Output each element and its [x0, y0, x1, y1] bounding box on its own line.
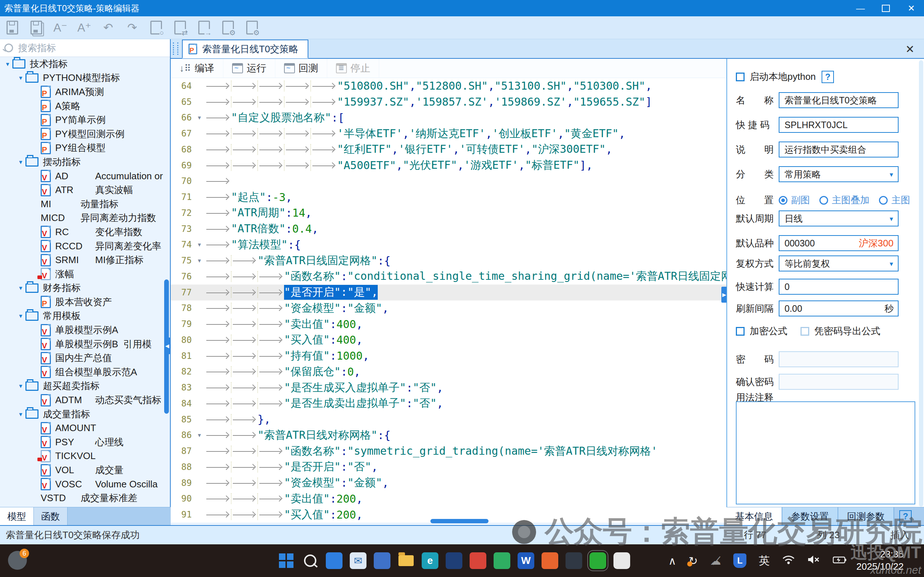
code-line-73[interactable]: 73"ATR倍数":0.4,: [171, 221, 727, 237]
word-icon[interactable]: W: [518, 552, 534, 569]
wechat-icon[interactable]: [590, 552, 606, 569]
file-explorer-icon[interactable]: [398, 552, 414, 569]
start-button[interactable]: [278, 552, 294, 569]
tree-item-ARIMA预测[interactable]: PARIMA预测: [0, 85, 170, 99]
tree-item-财务指标[interactable]: ▼财务指标: [0, 281, 170, 295]
tree-item-PY模型回测示例[interactable]: PPY模型回测示例: [0, 127, 170, 141]
panel-scrollbar[interactable]: [919, 60, 923, 507]
code-line-83[interactable]: 83"是否生成买入虚拟单子":"否",: [171, 380, 727, 396]
maximize-button[interactable]: [873, 0, 898, 16]
export-with-password-checkbox[interactable]: [801, 327, 809, 336]
tree-item-VSTD[interactable]: VSTD成交量标准差: [0, 491, 170, 505]
app-dark-grid[interactable]: [565, 552, 582, 569]
wifi-icon[interactable]: [782, 554, 795, 567]
code-line-66[interactable]: 66▼"自定义股票池名称":[: [171, 110, 727, 126]
code-line-86[interactable]: 86▼"索普ATR日线对称网格":{: [171, 427, 727, 443]
onedrive-off-icon[interactable]: ☁̸: [710, 554, 721, 567]
compare-doc-icon[interactable]: ⇄: [173, 19, 187, 35]
tree-item-MICD[interactable]: MICD异同离差动力指数: [0, 211, 170, 226]
usage-textarea[interactable]: [736, 401, 915, 504]
name-field[interactable]: [779, 92, 898, 108]
tree-item-RCCD[interactable]: VRCCD异同离差变化率: [0, 239, 170, 253]
app-shield[interactable]: [374, 552, 391, 569]
tree-item-成交量指标[interactable]: ▼成交量指标: [0, 407, 170, 421]
adjust-select[interactable]: [779, 255, 898, 271]
fold-icon[interactable]: ▼: [194, 114, 205, 121]
redo-icon[interactable]: ↷: [125, 19, 139, 35]
tab-model[interactable]: 模型: [0, 507, 34, 525]
expand-arrow-icon[interactable]: ▼: [16, 75, 26, 81]
name-input[interactable]: [784, 95, 893, 106]
security-shield-icon[interactable]: L: [733, 553, 746, 568]
code-line-84[interactable]: 84"是否生成卖出虚拟单子":"否",: [171, 396, 727, 411]
code-line-64[interactable]: 64"510800.SH","512800.SH","513100.SH","5…: [171, 78, 727, 94]
panel-help-icon[interactable]: ?: [899, 510, 912, 522]
code-line-76[interactable]: 76"函数名称":"conditional_single_time_sharin…: [171, 269, 727, 285]
horizontal-scrollbar[interactable]: [430, 519, 488, 523]
code-line-69[interactable]: 69"A500ETF","光伏ETF",'游戏ETF',"标普ETF"],: [171, 158, 727, 174]
fastcalc-field[interactable]: [779, 279, 898, 295]
tree-item-组合模型单股示范A[interactable]: V组合模型单股示范A: [0, 365, 170, 379]
tab-parameter-settings[interactable]: 参数设置: [782, 507, 838, 525]
fold-icon[interactable]: ▼: [194, 432, 205, 438]
code-line-77[interactable]: 77"是否开启":"是",: [171, 285, 727, 300]
code-line-85[interactable]: 85},: [171, 411, 727, 427]
tree-item-TICKVOL[interactable]: VTICKVOL: [0, 449, 170, 463]
tree-item-ADTM[interactable]: VADTM动态买卖气指标: [0, 393, 170, 407]
tree-item-PYTHON模型指标[interactable]: ▼PYTHON模型指标: [0, 71, 170, 85]
category-select[interactable]: [779, 166, 898, 182]
code-line-79[interactable]: 79"卖出值":400,: [171, 316, 727, 332]
tree-item-AD[interactable]: VADAccumulation or: [0, 169, 170, 183]
code-line-68[interactable]: 68"红利ETF",'银行ETF','可转债ETF',"沪深300ETF",: [171, 142, 727, 158]
chat-icon[interactable]: [614, 552, 630, 569]
app-blue[interactable]: [326, 552, 342, 569]
drag-grip-icon[interactable]: [173, 42, 178, 55]
code-line-67[interactable]: 67'半导体ETF','纳斯达克ETF','创业板ETF',"黄金ETF",: [171, 126, 727, 142]
tree-item-PY组合模型[interactable]: PPY组合模型: [0, 141, 170, 155]
expand-arrow-icon[interactable]: ▼: [16, 313, 26, 319]
radio-mainchart[interactable]: [879, 196, 888, 205]
expand-arrow-icon[interactable]: ▼: [16, 383, 26, 389]
sync-icon[interactable]: ↻: [689, 554, 698, 567]
export-doc-icon[interactable]: →: [197, 19, 212, 35]
tab-close-icon[interactable]: ✕: [905, 43, 914, 55]
undo-icon[interactable]: ↶: [101, 19, 115, 35]
compile-button[interactable]: ↓⠿ 编译: [171, 59, 223, 78]
firefox-icon[interactable]: [541, 552, 558, 569]
tray-expand-icon[interactable]: ∧: [668, 554, 676, 567]
tab-backtest-params[interactable]: 回测参数: [838, 507, 894, 525]
run-button[interactable]: 运行: [223, 59, 275, 78]
battery-icon[interactable]: [833, 554, 846, 567]
find-in-doc-icon[interactable]: ○: [149, 19, 163, 35]
expand-arrow-icon[interactable]: ▼: [16, 411, 26, 417]
encrypt-checkbox[interactable]: [736, 327, 745, 336]
tree-item-PSY[interactable]: VPSY心理线: [0, 435, 170, 449]
font-increase-icon[interactable]: A⁺: [77, 19, 92, 35]
code-line-65[interactable]: 65"159937.SZ",'159857.SZ','159869.SZ',"1…: [171, 94, 727, 110]
tab-basic-info[interactable]: 基本信息: [727, 507, 782, 525]
tree-item-超买超卖指标[interactable]: ▼超买超卖指标: [0, 379, 170, 393]
tab-function[interactable]: 函数: [34, 507, 68, 525]
radio-subchart[interactable]: [779, 196, 787, 205]
notification-app-icon[interactable]: 6: [8, 551, 27, 570]
close-button[interactable]: ✕: [898, 0, 924, 16]
confirm-password-input[interactable]: [784, 376, 893, 388]
expand-arrow-icon[interactable]: ▼: [3, 61, 12, 67]
sidebar-collapse-handle[interactable]: ◀: [164, 337, 170, 354]
refresh-field[interactable]: 秒: [779, 300, 898, 316]
code-line-70[interactable]: 70: [171, 174, 727, 189]
expand-arrow-icon[interactable]: ▼: [16, 285, 26, 291]
tree-item-VOSC[interactable]: VVOSCVolume Oscilla: [0, 477, 170, 492]
search-icon[interactable]: [302, 552, 318, 569]
code-editor[interactable]: 64"510800.SH","512800.SH","513100.SH","5…: [171, 78, 727, 522]
stop-button[interactable]: 停止: [327, 59, 379, 78]
tree-item-单股模型示例B[interactable]: V单股模型示例B引用模: [0, 337, 170, 351]
confirm-password-field[interactable]: [779, 374, 898, 390]
tree-item-SRMI[interactable]: VSRMIMI修正指标: [0, 253, 170, 267]
tree-item-PY简单示例[interactable]: PPY简单示例: [0, 113, 170, 127]
tree-item-RC[interactable]: VRC变化率指数: [0, 225, 170, 239]
code-line-74[interactable]: 74▼"算法模型":{: [171, 237, 727, 253]
tree-item-VOL[interactable]: VVOL成交量: [0, 463, 170, 477]
tree-item-常用模板[interactable]: ▼常用模板: [0, 309, 170, 323]
code-line-81[interactable]: 81"持有值":1000,: [171, 348, 727, 364]
